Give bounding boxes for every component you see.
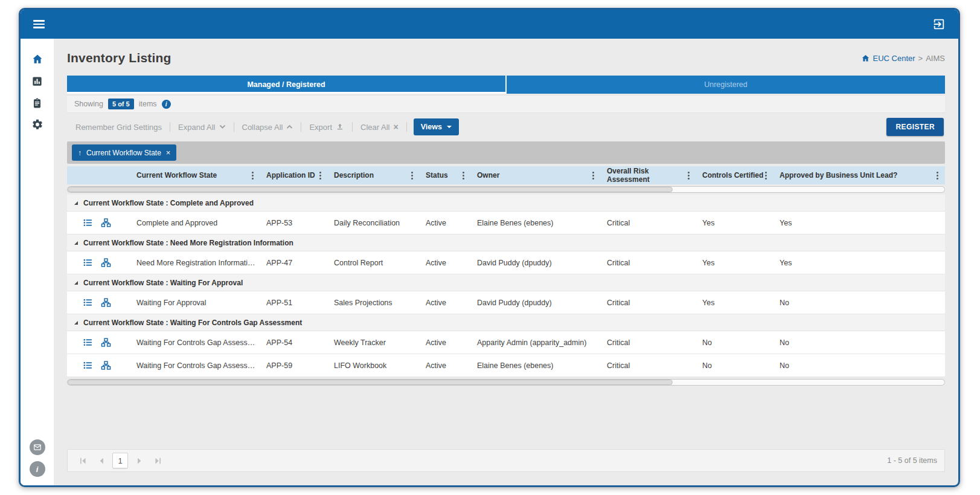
hierarchy-icon[interactable]: [101, 297, 111, 308]
group-header[interactable]: Current Workflow State : Waiting For App…: [67, 274, 945, 291]
column-menu-icon[interactable]: [319, 175, 321, 176]
cell-approved-by-business-unit-lead: No: [773, 338, 945, 347]
cell-approved-by-business-unit-lead: No: [773, 299, 945, 307]
home-icon: [861, 54, 870, 63]
header-cell-description[interactable]: Description: [328, 166, 420, 184]
row-actions: [67, 297, 130, 308]
mail-button[interactable]: [30, 439, 45, 455]
hierarchy-icon[interactable]: [101, 337, 111, 348]
details-icon[interactable]: [83, 257, 93, 268]
caret-down-icon: [447, 126, 452, 128]
scrollbar-thumb[interactable]: [68, 380, 673, 385]
pager-first-button[interactable]: [75, 453, 91, 468]
cell-status: Active: [420, 361, 471, 370]
table-row[interactable]: Need More Registration Information APP-4…: [67, 251, 945, 274]
column-menu-icon[interactable]: [463, 175, 464, 176]
group-header[interactable]: Current Workflow State : Need More Regis…: [67, 235, 945, 251]
toolbar-divider: [234, 122, 234, 132]
cell-overall-risk-assessment: Critical: [601, 219, 696, 227]
info-button[interactable]: i: [30, 461, 45, 477]
group-by-bar: ↑ Current Workflow State ×: [67, 141, 945, 164]
expand-all-button[interactable]: Expand All: [177, 123, 226, 132]
header-cell-status[interactable]: Status: [420, 166, 471, 184]
group-header[interactable]: Current Workflow State : Complete and Ap…: [67, 195, 945, 212]
chevron-down-icon: [219, 125, 226, 129]
header-cell-approved-by-business-unit-lead[interactable]: Approved by Business Unit Lead?: [773, 166, 945, 184]
cell-current-workflow-state: Waiting For Controls Gap Assessment: [130, 338, 260, 347]
group-collapse-icon[interactable]: [74, 281, 78, 285]
details-icon[interactable]: [83, 218, 93, 228]
column-menu-icon[interactable]: [937, 175, 938, 176]
clear-all-button[interactable]: Clear All ×: [359, 122, 400, 132]
sidebar-item-home[interactable]: [25, 48, 50, 70]
page-header: Inventory Listing EUC Center > AIMS: [67, 47, 945, 70]
home-icon: [31, 53, 43, 65]
toolbar-divider: [170, 122, 170, 132]
sidebar-item-settings[interactable]: [25, 114, 50, 135]
cell-overall-risk-assessment: Critical: [601, 361, 696, 370]
chip-close-icon[interactable]: ×: [166, 148, 171, 157]
column-menu-icon[interactable]: [688, 175, 690, 176]
details-icon[interactable]: [83, 337, 93, 348]
header-cell-controls-certified[interactable]: Controls Certified: [696, 166, 773, 184]
pager-page-1-button[interactable]: 1: [112, 453, 128, 468]
column-menu-icon[interactable]: [411, 175, 413, 176]
group-header[interactable]: Current Workflow State : Waiting For Con…: [67, 314, 945, 331]
logout-button[interactable]: [929, 14, 949, 34]
clear-all-x-icon: ×: [393, 122, 398, 132]
cell-current-workflow-state: Complete and Approved: [130, 219, 260, 227]
gear-icon: [31, 118, 43, 131]
tab-managed-registered[interactable]: Managed / Registered: [67, 76, 505, 94]
menu-button[interactable]: [30, 15, 48, 34]
hierarchy-icon[interactable]: [101, 218, 111, 228]
cell-application-id: APP-53: [260, 219, 328, 227]
table-row[interactable]: Waiting For Controls Gap Assessment APP-…: [67, 331, 945, 354]
header-cell-owner[interactable]: Owner: [471, 166, 601, 184]
header-cell-application-id[interactable]: Application ID: [260, 166, 328, 184]
column-menu-icon[interactable]: [765, 175, 767, 176]
header-cell-overall-risk-assessment[interactable]: Overall Risk Assessment: [601, 166, 696, 184]
sidebar-item-analytics[interactable]: [25, 70, 50, 92]
cell-approved-by-business-unit-lead: Yes: [773, 259, 945, 267]
group-collapse-icon[interactable]: [74, 201, 78, 205]
export-button[interactable]: Export: [308, 123, 345, 132]
group-header-label: Current Workflow State : Waiting For App…: [83, 279, 243, 287]
column-menu-icon[interactable]: [252, 175, 254, 176]
hierarchy-icon[interactable]: [101, 257, 111, 268]
grid-toolbar: Remember Grid Settings Expand All Collap…: [67, 113, 945, 141]
page-title: Inventory Listing: [67, 51, 171, 65]
cell-controls-certified: No: [696, 338, 773, 347]
register-button[interactable]: REGISTER: [886, 118, 944, 136]
grid-info-icon[interactable]: i: [162, 100, 171, 109]
scrollbar-thumb[interactable]: [68, 187, 673, 192]
pager-last-button[interactable]: [150, 453, 165, 468]
column-menu-icon[interactable]: [592, 175, 594, 176]
collapse-all-button[interactable]: Collapse All: [241, 123, 295, 132]
breadcrumb-separator: >: [918, 54, 923, 63]
remember-grid-settings-button[interactable]: Remember Grid Settings: [74, 123, 163, 132]
table-row[interactable]: Complete and Approved APP-53 Daily Recon…: [67, 212, 945, 235]
page-background: i Inventory Listing EUC Center > AIMS Ma…: [0, 0, 980, 495]
details-icon[interactable]: [83, 360, 93, 370]
app-body: i Inventory Listing EUC Center > AIMS Ma…: [21, 39, 958, 485]
sidebar-item-inventory[interactable]: [25, 92, 50, 114]
group-collapse-icon[interactable]: [74, 321, 78, 325]
table-row[interactable]: Waiting For Approval APP-51 Sales Projec…: [67, 291, 945, 314]
tab-unregistered[interactable]: Unregistered: [505, 76, 945, 94]
cell-description: Daily Reconciliation: [328, 219, 420, 227]
group-chip-current-workflow-state[interactable]: ↑ Current Workflow State ×: [72, 144, 176, 161]
pager-next-button[interactable]: [131, 453, 147, 468]
table-row[interactable]: Waiting For Controls Gap Assessment APP-…: [67, 354, 945, 377]
group-collapse-icon[interactable]: [74, 241, 78, 245]
header-cell-current-workflow-state[interactable]: Current Workflow State: [130, 166, 260, 184]
breadcrumb-euc-center-link[interactable]: EUC Center: [861, 54, 915, 63]
cell-current-workflow-state: Waiting For Controls Gap Assessment: [130, 361, 260, 370]
views-dropdown-button[interactable]: Views: [414, 118, 459, 135]
hierarchy-icon[interactable]: [101, 360, 111, 370]
pager-prev-button[interactable]: [94, 453, 109, 468]
details-icon[interactable]: [83, 297, 93, 308]
cell-controls-certified: Yes: [696, 299, 773, 307]
sort-asc-icon[interactable]: ↑: [78, 149, 82, 157]
group-header-label: Current Workflow State : Need More Regis…: [83, 239, 293, 247]
cell-owner: David Puddy (dpuddy): [471, 299, 601, 307]
